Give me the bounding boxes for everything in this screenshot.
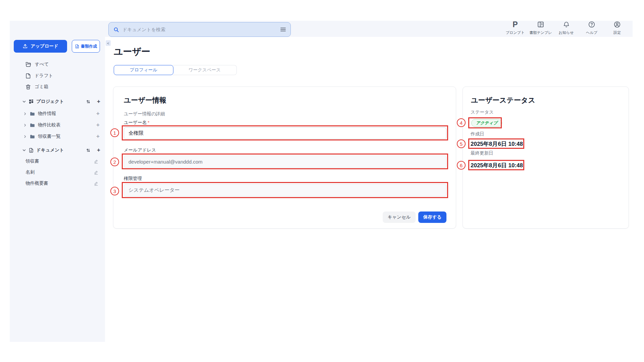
- sidebar-document-ryoshusho[interactable]: 領収書: [10, 156, 105, 167]
- search-input[interactable]: [122, 27, 277, 32]
- sort-icon[interactable]: [86, 148, 91, 153]
- edit-pencil-icon[interactable]: [94, 170, 99, 175]
- sidebar-item-trash[interactable]: ゴミ箱: [10, 81, 105, 92]
- status-badge: アクティブ: [471, 119, 502, 127]
- upload-icon: [22, 44, 28, 49]
- edit-pencil-icon[interactable]: [94, 159, 99, 164]
- profile-tabs: プロフィール ワークスペース: [114, 65, 237, 75]
- add-project-icon[interactable]: +: [97, 99, 100, 104]
- prompt-button[interactable]: P プロンプト: [502, 20, 528, 37]
- grid-icon: [29, 99, 34, 104]
- chevron-down-icon[interactable]: [22, 100, 26, 104]
- folder-icon: [30, 134, 35, 139]
- notifications-button[interactable]: お知らせ: [553, 20, 579, 37]
- chevron-down-icon[interactable]: [22, 148, 26, 152]
- sort-icon[interactable]: [86, 99, 91, 104]
- status-label: ステータス: [471, 109, 494, 115]
- create-document-button[interactable]: 書類作成: [72, 40, 100, 53]
- username-field[interactable]: [124, 127, 446, 139]
- sidebar-project-bukken-hikaku[interactable]: 物件比較表 +: [10, 120, 105, 130]
- document-search[interactable]: [108, 22, 291, 37]
- template-icon: [537, 20, 544, 29]
- username-label: ユーザー名*: [124, 120, 149, 126]
- email-field[interactable]: [124, 156, 446, 168]
- email-label: メールアドレス: [124, 147, 156, 153]
- sidebar-section-projects[interactable]: プロジェクト +: [10, 96, 105, 107]
- document-icon: [29, 147, 34, 153]
- search-menu-icon[interactable]: [280, 27, 286, 32]
- help-button[interactable]: ヘルプ: [579, 20, 604, 37]
- required-asterisk: *: [148, 120, 149, 125]
- tab-profile[interactable]: プロフィール: [114, 65, 173, 75]
- sidebar-document-bukken-gaiyosho[interactable]: 物件概要書: [10, 178, 105, 189]
- sidebar-section-documents[interactable]: ドキュメント +: [10, 145, 105, 156]
- file-icon: [25, 73, 31, 79]
- role-field[interactable]: [124, 184, 446, 196]
- sidebar-document-meishi[interactable]: 名刺: [10, 167, 105, 178]
- sidebar-collapse-button[interactable]: <: [106, 40, 111, 46]
- add-document-icon[interactable]: +: [97, 147, 100, 153]
- header-actions: P プロンプト 書類テンプレ お知らせ ヘルプ 設定: [502, 20, 630, 37]
- chevron-right-icon[interactable]: [23, 135, 27, 138]
- page-title: ユーザー: [114, 46, 150, 58]
- bell-icon: [563, 20, 570, 29]
- role-label: 権限管理: [124, 176, 142, 182]
- folder-icon: [30, 111, 35, 117]
- add-subfolder-icon[interactable]: +: [96, 111, 100, 116]
- upload-button[interactable]: アップロード: [14, 40, 67, 53]
- add-subfolder-icon[interactable]: +: [96, 122, 100, 128]
- user-info-card: ユーザー情報 ユーザー情報の詳細 ユーザー名* メールアドレス 権限管理 キャン…: [113, 86, 456, 229]
- card-title: ユーザーステータス: [471, 96, 535, 105]
- sidebar-project-ryoshusho-ichiran[interactable]: 領収書一覧 +: [10, 131, 105, 142]
- folder-open-icon: [25, 61, 32, 68]
- chevron-right-icon[interactable]: [23, 123, 27, 127]
- folder-icon: [30, 122, 35, 128]
- settings-button[interactable]: 設定: [604, 20, 630, 37]
- chevron-right-icon[interactable]: [23, 112, 27, 116]
- document-plus-icon: [75, 44, 79, 49]
- updated-label: 最終更新日: [471, 150, 493, 156]
- user-status-card: ユーザーステータス: [463, 86, 629, 229]
- search-icon: [113, 27, 119, 33]
- app-window: P プロンプト 書類テンプレ お知らせ ヘルプ 設定: [0, 0, 644, 362]
- cancel-button[interactable]: キャンセル: [383, 212, 416, 223]
- doc-template-button[interactable]: 書類テンプレ: [528, 20, 553, 37]
- trash-icon: [25, 84, 31, 90]
- add-subfolder-icon[interactable]: +: [96, 134, 100, 139]
- edit-pencil-icon[interactable]: [94, 181, 99, 186]
- created-label: 作成日: [471, 131, 484, 137]
- help-icon: [588, 20, 595, 29]
- sidebar-project-bukken-joho[interactable]: 物件情報 +: [10, 108, 105, 119]
- prompt-icon: P: [513, 20, 518, 29]
- sidebar-item-drafts[interactable]: ドラフト: [10, 70, 105, 81]
- user-circle-icon: [613, 20, 621, 29]
- card-subtitle: ユーザー情報の詳細: [124, 111, 165, 117]
- tab-workspace[interactable]: ワークスペース: [173, 65, 237, 75]
- card-title: ユーザー情報: [124, 96, 166, 105]
- created-value: 2025年8月6日 10:48: [471, 140, 523, 148]
- save-button[interactable]: 保存する: [418, 212, 446, 223]
- updated-value: 2025年8月6日 10:48: [471, 162, 523, 169]
- sidebar-item-all[interactable]: すべて: [10, 59, 105, 70]
